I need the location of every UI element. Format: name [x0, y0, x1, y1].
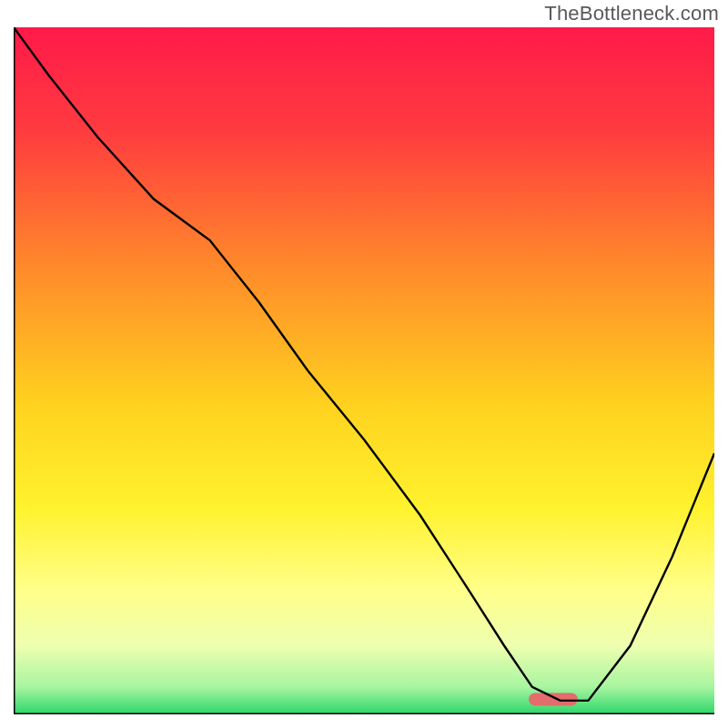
- chart-background: [14, 27, 714, 714]
- watermark-text: TheBottleneck.com: [544, 2, 719, 25]
- chart-plot-area: [14, 27, 714, 714]
- highlight-marker: [529, 693, 578, 705]
- chart-svg: [14, 27, 714, 714]
- svg-rect-0: [529, 693, 578, 705]
